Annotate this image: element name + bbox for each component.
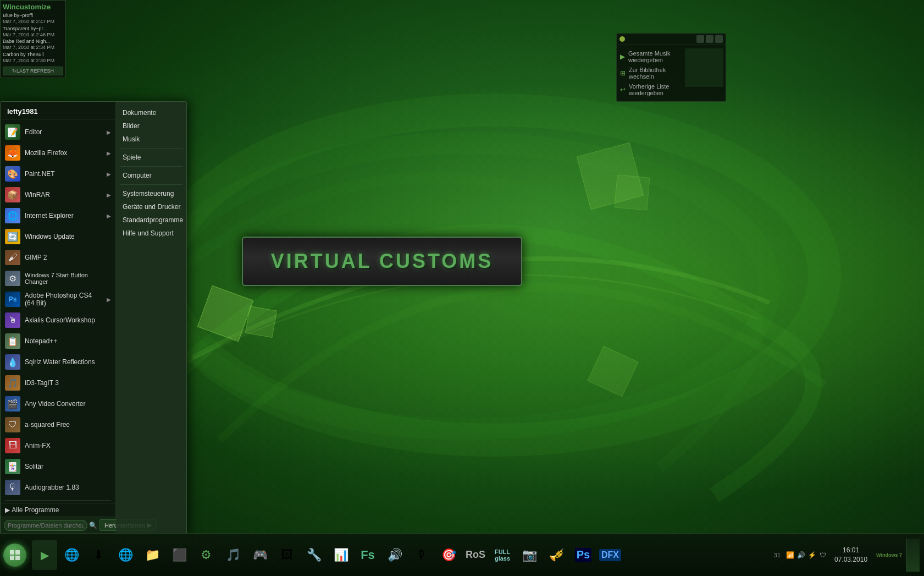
taskbar-download[interactable]: ⬇ — [86, 540, 111, 570]
windows-logo-icon — [8, 548, 21, 562]
editor-icon: 📝 — [5, 124, 20, 140]
taskbar-app12[interactable]: 📊 — [328, 540, 353, 570]
start-user-area: lefty1981 — [1, 104, 115, 119]
arrow-icon: ▶ — [107, 171, 111, 177]
taskbar-app7[interactable]: ⚙ — [193, 540, 219, 570]
start-right-dokumente[interactable]: Dokumente — [116, 106, 187, 119]
taskbar-app20[interactable]: 🎺 — [544, 540, 569, 570]
tray-expand-button[interactable]: 31 — [772, 552, 783, 558]
photoshop-icon: Ps — [5, 292, 20, 307]
taskbar-wmp[interactable]: ▶ — [32, 540, 57, 570]
taskbar-app9[interactable]: 🎮 — [247, 540, 273, 570]
media-library[interactable]: ⊞ Zur Bibliothek wechseln — [620, 65, 679, 81]
audiograbber-icon: 🎙 — [5, 480, 20, 495]
start-orb — [3, 544, 26, 567]
all-programs-button[interactable]: ▶ Alle Programme — [1, 503, 115, 517]
notif-item-2: Babe Red and Nigh... Mar 7, 2010 at 2:34… — [3, 39, 63, 52]
start-separator — [5, 500, 111, 501]
taskbar-dfx[interactable]: DFX — [597, 540, 623, 570]
taskbar-network[interactable]: 🌐 — [113, 540, 138, 570]
tray-security-icon[interactable]: 🛡 — [818, 550, 828, 560]
start-item-firefox[interactable]: 🦊 Mozilla Firefox ▶ — [1, 142, 115, 163]
taskbar-app19[interactable]: 📷 — [517, 540, 542, 570]
start-right-standardprogramme[interactable]: Standardprogramme — [116, 213, 187, 227]
start-right-systemsteuerung[interactable]: Systemsteuerung — [116, 187, 187, 200]
download-icon: ⬇ — [93, 548, 103, 562]
ros-icon: RoS — [466, 549, 485, 561]
media-thumbnail — [685, 48, 723, 87]
start-item-notepad[interactable]: 📋 Notepad++ — [1, 331, 115, 352]
media-menu-list: ▶ Gesamte Musik wiedergeben ⊞ Zur Biblio… — [617, 45, 683, 101]
ie-icon: 🌐 — [5, 208, 20, 223]
media-prev-list[interactable]: ↩ Vorherige Liste wiedergeben — [620, 81, 679, 98]
start-item-cursor[interactable]: 🖱 Axialis CursorWorkshop — [1, 310, 115, 331]
right-sep-2 — [120, 166, 183, 167]
start-menu: lefty1981 📝 Editor ▶ 🦊 Mozilla Firefox ▶… — [0, 101, 187, 533]
asquared-icon: 🛡 — [5, 417, 20, 432]
start-right-spiele[interactable]: Spiele — [116, 151, 187, 164]
start-username: lefty1981 — [7, 107, 109, 116]
start-search-input[interactable] — [4, 520, 87, 531]
media-close-button[interactable] — [715, 35, 723, 43]
start-item-sqirlz[interactable]: 💧 Sqirlz Water Reflections — [1, 352, 115, 372]
vc-logo-text: Virtual Customs — [271, 250, 494, 273]
start-item-ie[interactable]: 🌐 Internet Explorer ▶ — [1, 205, 115, 226]
start-right-hilfe[interactable]: Hilfe und Support — [116, 227, 187, 240]
start-item-paintnet[interactable]: 🎨 Paint.NET ▶ — [1, 163, 115, 184]
taskbar-fullglass[interactable]: FULLglass — [490, 540, 515, 570]
taskbar-app8[interactable]: 🎵 — [220, 540, 246, 570]
show-desktop-button[interactable] — [906, 539, 920, 572]
start-item-winrar[interactable]: 📦 WinRAR ▶ — [1, 184, 115, 205]
start-item-w7sbc[interactable]: ⚙ Windows 7 Start Button Changer — [1, 268, 115, 289]
taskbar-app15[interactable]: 🎙 — [409, 540, 434, 570]
taskbar-ie[interactable]: 🌐 — [59, 540, 84, 570]
windows-brand-text: Windows 7 — [876, 552, 902, 558]
arrow-icon: ▶ — [107, 150, 111, 156]
firefox-icon: 🦊 — [5, 145, 20, 161]
start-item-avc[interactable]: 🎬 Any Video Converter — [1, 393, 115, 414]
start-item-audiograbber[interactable]: 🎙 Audiograbber 1.83 — [1, 477, 115, 498]
tray-network-icon[interactable]: 📶 — [785, 550, 795, 560]
windows-branding: Windows 7 — [876, 552, 902, 558]
notif-item-3: Carbon by TheBull Mar 7, 2010 at 2:30 PM — [3, 52, 63, 65]
taskbar-app14[interactable]: 🔊 — [382, 540, 407, 570]
taskbar-app6[interactable]: ⬛ — [167, 540, 192, 570]
right-sep-3 — [120, 184, 183, 185]
taskbar-app16[interactable]: 🎯 — [436, 540, 461, 570]
start-button[interactable] — [0, 534, 30, 577]
taskbar-app10[interactable]: 🖼 — [274, 540, 300, 570]
start-item-id3[interactable]: 🎵 iD3-TagIT 3 — [1, 372, 115, 393]
taskbar-app17[interactable]: RoS — [463, 540, 488, 570]
taskbar-photoshop[interactable]: Ps — [571, 540, 596, 570]
start-right-musik[interactable]: Musik — [116, 133, 187, 146]
taskbar-app13[interactable]: Fs — [355, 540, 380, 570]
start-item-gimp[interactable]: 🖌 GIMP 2 — [1, 247, 115, 268]
start-right-computer[interactable]: Computer — [116, 169, 187, 182]
start-item-winupdate[interactable]: 🔄 Windows Update — [1, 226, 115, 247]
notif-refresh-button[interactable]: ↻ LAST REFRESH — [3, 67, 63, 75]
wmp-icon: ▶ — [41, 548, 49, 562]
app8-icon: 🎵 — [226, 548, 241, 562]
media-minimize-button[interactable] — [696, 35, 704, 43]
start-item-animfx[interactable]: 🎞 Anim-FX — [1, 435, 115, 456]
tray-sound-icon[interactable]: 🔊 — [796, 550, 806, 560]
start-item-editor[interactable]: 📝 Editor ▶ — [1, 122, 115, 142]
start-right-bilder[interactable]: Bilder — [116, 119, 187, 133]
dfx-icon: DFX — [599, 549, 621, 561]
vc-logo: Virtual Customs — [242, 237, 522, 286]
taskbar-explorer[interactable]: 📁 — [140, 540, 165, 570]
start-item-asquared[interactable]: 🛡 a-squared Free — [1, 414, 115, 435]
notepad-icon: 📋 — [5, 333, 20, 349]
media-play-all[interactable]: ▶ Gesamte Musik wiedergeben — [620, 48, 679, 65]
winupdate-icon: 🔄 — [5, 229, 20, 244]
id3-icon: 🎵 — [5, 375, 20, 391]
start-item-photoshop[interactable]: Ps Adobe Photoshop CS4 (64 Bit) ▶ — [1, 289, 115, 310]
tray-battery-icon[interactable]: ⚡ — [807, 550, 817, 560]
clock-area[interactable]: 16:01 07.03.2010 — [830, 546, 872, 564]
taskbar-app11[interactable]: 🔧 — [301, 540, 327, 570]
media-maximize-button[interactable] — [706, 35, 713, 43]
clock-date: 07.03.2010 — [834, 555, 867, 564]
start-right-geraete[interactable]: Geräte und Drucker — [116, 200, 187, 213]
avc-icon: 🎬 — [5, 396, 20, 412]
start-item-solitaire[interactable]: 🃏 Solitär — [1, 456, 115, 477]
